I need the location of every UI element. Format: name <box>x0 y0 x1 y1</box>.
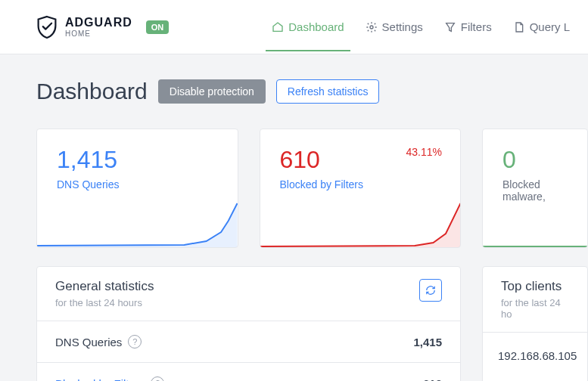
stat-row-blocked: Blocked by Filters ? 610 <box>37 363 460 381</box>
page-header: Dashboard Disable protection Refresh sta… <box>36 79 588 104</box>
stat-blocked-value: 610 <box>423 377 442 382</box>
nav-settings-label: Settings <box>382 20 423 33</box>
stat-row-dns: DNS Queries ? 1,415 <box>37 321 460 363</box>
main-nav: Dashboard Settings Filters Query L <box>272 2 570 51</box>
card-dns-queries[interactable]: 1,415 DNS Queries <box>36 129 238 248</box>
dns-queries-value: 1,415 <box>57 146 218 174</box>
nav-querylog-label: Query L <box>530 20 570 33</box>
general-sub: for the last 24 hours <box>55 297 154 308</box>
logo[interactable]: ADGUARD HOME ON <box>36 15 169 39</box>
clients-title: Top clients <box>501 279 569 294</box>
nav-dashboard[interactable]: Dashboard <box>272 2 344 51</box>
page-title: Dashboard <box>36 79 148 104</box>
general-panel-head: General statistics for the last 24 hours <box>37 267 460 321</box>
nav-settings[interactable]: Settings <box>366 2 423 51</box>
sparkline-blue <box>37 202 238 247</box>
filter-icon <box>444 21 456 33</box>
svg-point-0 <box>370 26 373 29</box>
general-title: General statistics <box>55 279 154 294</box>
brand-title: ADGUARD <box>65 17 132 29</box>
malware-label: Blocked malware, <box>502 178 568 203</box>
stat-row-blocked-label[interactable]: Blocked by Filters ? <box>55 376 164 381</box>
nav-filters-label: Filters <box>461 20 492 33</box>
disable-protection-button[interactable]: Disable protection <box>158 79 266 104</box>
refresh-icon <box>425 285 436 296</box>
clients-sub: for the last 24 ho <box>501 297 569 320</box>
brand-sub: HOME <box>65 30 132 38</box>
app-header: ADGUARD HOME ON Dashboard Settings Filte… <box>0 0 588 54</box>
lower-panels: General statistics for the last 24 hours… <box>36 266 588 381</box>
sparkline-green <box>483 202 587 247</box>
nav-querylog[interactable]: Query L <box>513 2 570 51</box>
gear-icon <box>366 21 378 33</box>
general-statistics-panel: General statistics for the last 24 hours… <box>36 266 461 381</box>
nav-dashboard-label: Dashboard <box>288 20 344 33</box>
document-icon <box>513 21 525 33</box>
page-body: Dashboard Disable protection Refresh sta… <box>0 54 588 381</box>
help-icon[interactable]: ? <box>151 376 164 381</box>
status-badge: ON <box>146 20 170 34</box>
stat-blocked-text: Blocked by Filters <box>55 377 145 382</box>
help-icon[interactable]: ? <box>128 335 142 348</box>
refresh-statistics-button[interactable]: Refresh statistics <box>276 79 380 104</box>
clients-panel-head: Top clients for the last 24 ho <box>483 267 587 333</box>
blocked-percent: 43.11% <box>406 146 442 158</box>
card-blocked-filters[interactable]: 43.11% 610 Blocked by Filters <box>260 129 462 248</box>
dns-queries-label: DNS Queries <box>57 178 218 190</box>
stat-dns-text: DNS Queries <box>55 336 122 348</box>
refresh-panel-button[interactable] <box>419 279 442 302</box>
stat-dns-value: 1,415 <box>413 336 442 348</box>
malware-value: 0 <box>502 146 568 174</box>
blocked-label: Blocked by Filters <box>280 178 441 190</box>
stat-cards: 1,415 DNS Queries 43.11% 610 Blocked by … <box>36 129 588 248</box>
top-clients-panel: Top clients for the last 24 ho 192.168.6… <box>482 266 588 381</box>
card-blocked-malware[interactable]: 0 Blocked malware, <box>482 129 588 248</box>
shield-icon <box>36 15 58 39</box>
sparkline-red <box>260 202 461 247</box>
nav-filters[interactable]: Filters <box>444 2 492 51</box>
client-row[interactable]: 192.168.68.105 <box>483 333 587 379</box>
home-icon <box>272 21 284 33</box>
stat-row-dns-label: DNS Queries ? <box>55 335 142 348</box>
